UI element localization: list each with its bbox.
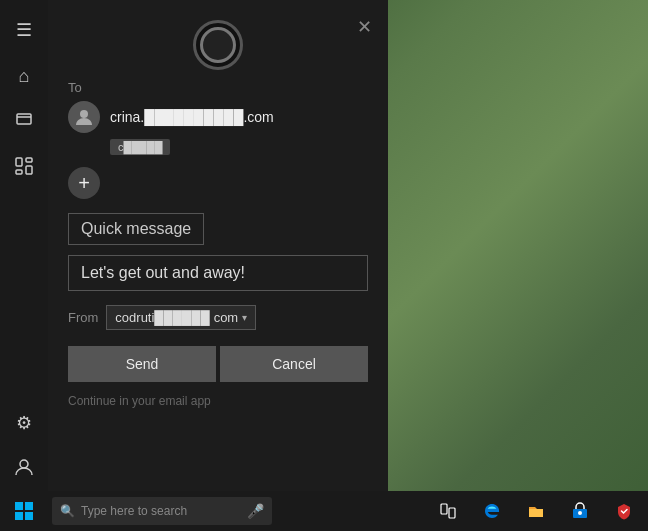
home-icon: ⌂	[19, 66, 30, 87]
svg-point-6	[20, 460, 28, 468]
user-icon	[14, 457, 34, 482]
message-body[interactable]: Let's get out and away!	[68, 255, 368, 291]
from-domain: com	[214, 310, 239, 325]
cortana-content: To crina.██████████.com c█████ + Quick m…	[48, 80, 388, 491]
to-label: To	[68, 80, 368, 95]
hamburger-icon: ☰	[16, 19, 32, 41]
quick-message-label: Quick message	[68, 213, 204, 245]
from-label: From	[68, 310, 98, 325]
recipient-name-tag: c█████	[110, 139, 170, 155]
antivirus-button[interactable]	[604, 491, 644, 531]
search-placeholder-text: Type here to search	[81, 504, 187, 518]
svg-rect-4	[16, 170, 22, 174]
svg-rect-13	[449, 508, 455, 518]
svg-rect-3	[26, 158, 32, 162]
start-button[interactable]	[0, 491, 48, 531]
svg-point-15	[578, 511, 582, 515]
svg-rect-2	[16, 158, 22, 166]
svg-rect-5	[26, 166, 32, 174]
taskbar-right-icons	[428, 491, 648, 531]
send-button[interactable]: Send	[68, 346, 216, 382]
svg-rect-8	[15, 502, 23, 510]
recipient-avatar	[68, 101, 100, 133]
taskbar-search[interactable]: 🔍 Type here to search 🎤	[52, 497, 272, 525]
sidebar-apps[interactable]	[0, 146, 48, 190]
cortana-logo-inner	[200, 27, 236, 63]
svg-rect-11	[25, 512, 33, 520]
cortana-header: ✕	[48, 0, 388, 80]
recipient-email: crina.██████████.com	[110, 109, 274, 125]
cortana-logo	[193, 20, 243, 70]
apps-icon	[14, 156, 34, 181]
task-view-button[interactable]	[428, 491, 468, 531]
add-recipient-button[interactable]: +	[68, 167, 100, 199]
sidebar-settings[interactable]: ⚙	[0, 401, 48, 445]
svg-rect-9	[25, 502, 33, 510]
action-buttons: Send Cancel	[68, 346, 368, 382]
search-icon: 🔍	[60, 504, 75, 518]
store-button[interactable]	[560, 491, 600, 531]
svg-rect-12	[441, 504, 447, 514]
taskbar: 🔍 Type here to search 🎤	[0, 491, 648, 531]
cortana-panel: ✕ To crina.██████████.com c█████ + Quick…	[48, 0, 388, 491]
svg-point-7	[80, 110, 88, 118]
edge-browser-button[interactable]	[472, 491, 512, 531]
from-row: From codruti██████ com ▾	[68, 305, 368, 330]
close-button[interactable]: ✕	[357, 16, 372, 38]
windows-sidebar: ☰ ⌂ ⚙	[0, 0, 48, 491]
svg-rect-10	[15, 512, 23, 520]
sidebar-hamburger[interactable]: ☰	[0, 8, 48, 52]
mic-icon: 🎤	[247, 503, 264, 519]
cancel-button[interactable]: Cancel	[220, 346, 368, 382]
continue-email-link[interactable]: Continue in your email app	[68, 394, 368, 408]
dropdown-chevron-icon: ▾	[242, 312, 247, 323]
sidebar-user[interactable]	[0, 447, 48, 491]
recipient-row: crina.██████████.com	[68, 101, 368, 133]
file-explorer-button[interactable]	[516, 491, 556, 531]
sidebar-home[interactable]: ⌂	[0, 54, 48, 98]
svg-rect-0	[17, 114, 31, 124]
from-value: codruti██████	[115, 310, 209, 325]
settings-icon: ⚙	[16, 412, 32, 434]
sidebar-notifications[interactable]	[0, 100, 48, 144]
from-select[interactable]: codruti██████ com ▾	[106, 305, 256, 330]
notifications-icon	[14, 110, 34, 135]
